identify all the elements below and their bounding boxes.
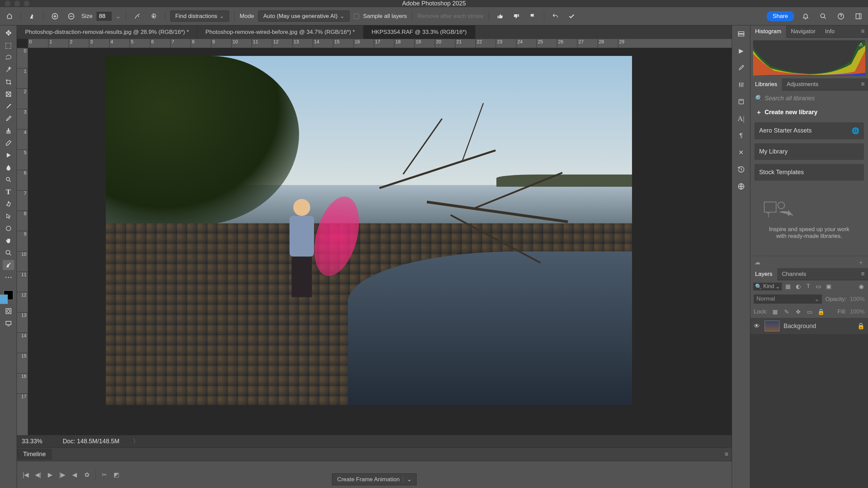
next-frame-icon[interactable]: |▶ [58,470,67,480]
transition-icon[interactable]: ◩ [112,470,121,480]
prev-frame-icon[interactable]: ◀| [33,470,43,480]
background-swatch[interactable] [0,294,8,304]
brush-subtract-icon[interactable] [65,10,77,22]
zoom-tool-icon[interactable] [3,248,14,258]
path-select-icon[interactable] [3,211,14,221]
filter-shape-icon[interactable]: ▭ [814,282,823,290]
status-chevron-icon[interactable]: 〉 [133,437,139,445]
flag-icon[interactable] [527,10,539,22]
brush-add-icon[interactable] [49,10,61,22]
ruler-vertical[interactable]: 01234567891011121314151617 [17,48,28,461]
sample-all-checkbox[interactable] [354,14,359,19]
tab-adjustments[interactable]: Adjustments [782,78,823,90]
brush-panel-icon[interactable] [736,63,746,73]
lasso-tool-icon[interactable] [3,53,14,63]
frame-tool-icon[interactable] [3,89,14,99]
commit-icon[interactable] [566,10,578,22]
lock-position-icon[interactable]: ✥ [794,308,802,316]
undo-icon[interactable] [549,10,561,22]
layer-filter-kind[interactable]: 🔍 Kind ⌄ [753,283,782,290]
tools-panel-icon[interactable]: ✕ [736,147,746,158]
lock-transparent-icon[interactable]: ▦ [771,308,779,316]
timeline-tab[interactable]: Timeline [17,449,52,460]
eraser-tool-icon[interactable] [3,138,14,148]
play-icon[interactable]: ▶ [45,470,55,480]
plus-icon[interactable]: ＋ [858,258,864,266]
home-icon[interactable] [3,10,16,22]
tab-info[interactable]: Info [820,25,839,38]
library-item-my[interactable]: My Library [754,143,864,160]
history-panel-icon[interactable] [736,164,746,175]
eyedropper-tool-icon[interactable] [3,101,14,111]
filter-pixel-icon[interactable]: ▦ [784,282,792,290]
filter-toggle-icon[interactable]: ◉ [857,282,865,290]
scissors-icon[interactable]: ✂ [99,470,109,480]
tab-0[interactable]: Photoshop-distraction-removal-results.jp… [17,25,197,39]
filter-type-icon[interactable]: T [804,282,812,290]
edit-toolbar-icon[interactable]: ⋯ [3,272,14,282]
type-tool-icon[interactable]: T [3,187,14,197]
adjust-panel-icon[interactable] [736,80,746,90]
doc-info[interactable]: Doc: 148.5M/148.5M [63,438,119,445]
chevron-down-icon[interactable]: ⌄ [116,13,121,20]
visibility-icon[interactable]: 👁 [754,323,761,330]
lock-artboard-icon[interactable]: ▭ [806,308,814,316]
stamp-tool-icon[interactable] [3,126,14,136]
tab-channels[interactable]: Channels [777,268,811,280]
shape-tool-icon[interactable] [3,223,14,233]
share-button[interactable]: Share [767,11,794,21]
screenmode-icon[interactable] [3,318,14,328]
help-icon[interactable] [835,10,847,22]
search-icon[interactable] [817,10,829,22]
wand-tool-icon[interactable] [3,65,14,75]
panel-menu-icon[interactable]: ≡ [857,28,868,35]
create-frame-button[interactable]: Create Frame Animation ⌄ [332,473,416,485]
maximize-window-icon[interactable] [24,1,29,6]
crop-tool-icon[interactable] [3,77,14,87]
panel-menu-icon[interactable]: ≡ [857,81,868,88]
lock-icon[interactable]: 🔒 [857,322,865,330]
tab-2[interactable]: HKPS3354.RAF @ 33.3% (RGB/16*) [363,25,475,39]
color-panel-icon[interactable] [736,29,746,39]
layer-background[interactable]: 👁 Background 🔒 [750,318,868,334]
blend-mode-dropdown[interactable]: Normal ⌄ [754,294,822,304]
thumbs-up-icon[interactable] [494,10,506,22]
chevron-down-icon[interactable]: ⌄ [403,476,412,483]
styles-panel-icon[interactable] [736,97,746,107]
globe-panel-icon[interactable] [736,181,746,191]
character-panel-icon[interactable]: A| [736,114,746,124]
tab-1[interactable]: Photoshop-remove-wired-before.jpg @ 34.7… [197,25,363,39]
thumbs-down-icon[interactable] [510,10,522,22]
brush-tool-icon[interactable] [3,114,14,124]
tab-layers[interactable]: Layers [750,268,777,280]
filter-smart-icon[interactable]: ▣ [825,282,833,290]
bell-icon[interactable] [800,10,812,22]
tool-preset-icon[interactable] [26,10,38,22]
histogram-warning-icon[interactable]: ⚠ [859,42,863,47]
marquee-tool-icon[interactable]: ⬚ [3,40,14,50]
paragraph-panel-icon[interactable]: ¶ [736,130,746,141]
go-first-icon[interactable]: |◀ [21,470,31,480]
tab-navigator[interactable]: Navigator [786,25,820,38]
gear-icon[interactable] [147,10,160,22]
minimize-window-icon[interactable] [14,1,20,6]
tab-libraries[interactable]: Libraries [750,78,782,90]
go-last-icon[interactable]: ◀ [70,470,79,480]
find-distractions-button[interactable]: Find distractions⌄ [170,11,229,22]
pen-tool-icon[interactable] [3,199,14,209]
brush-settings-icon[interactable] [131,10,143,22]
brush-size-input[interactable] [97,12,112,21]
tab-histogram[interactable]: Histogram [750,25,786,38]
panel-menu-icon[interactable]: ≡ [857,270,868,278]
quickmask-icon[interactable] [3,306,14,316]
ruler-horizontal[interactable]: 0123456789101112131415161718192021222324… [28,39,732,48]
canvas[interactable] [106,56,632,405]
layer-thumbnail[interactable] [765,321,780,331]
filter-adjust-icon[interactable]: ◐ [794,282,802,290]
lock-all-icon[interactable]: 🔒 [817,308,825,316]
layer-name[interactable]: Background [784,323,816,330]
actions-panel-icon[interactable]: ▶ [736,46,746,56]
remove-tool-icon[interactable] [3,260,14,270]
create-library-button[interactable]: ＋ Create new library [754,106,864,118]
mode-dropdown[interactable]: Auto (May use generative AI)⌄ [258,11,349,22]
